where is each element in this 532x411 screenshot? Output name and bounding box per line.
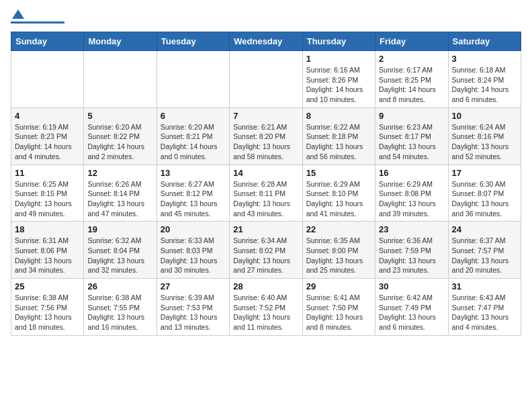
day-cell: 11Sunrise: 6:25 AM Sunset: 8:15 PM Dayli… (11, 165, 84, 222)
day-number: 4 (15, 111, 80, 121)
day-number: 17 (452, 168, 517, 178)
day-number: 23 (379, 224, 444, 234)
day-cell: 24Sunrise: 6:37 AM Sunset: 7:57 PM Dayli… (448, 222, 521, 279)
day-info: Sunrise: 6:24 AM Sunset: 8:16 PM Dayligh… (452, 122, 517, 162)
day-info: Sunrise: 6:17 AM Sunset: 8:25 PM Dayligh… (379, 65, 444, 105)
day-cell (11, 51, 84, 108)
calendar-table: SundayMondayTuesdayWednesdayThursdayFrid… (11, 32, 521, 336)
day-info: Sunrise: 6:33 AM Sunset: 8:03 PM Dayligh… (161, 236, 226, 275)
day-cell: 26Sunrise: 6:38 AM Sunset: 7:55 PM Dayli… (84, 279, 157, 336)
day-cell: 30Sunrise: 6:42 AM Sunset: 7:49 PM Dayli… (375, 279, 448, 336)
day-number: 15 (306, 168, 371, 178)
day-info: Sunrise: 6:27 AM Sunset: 8:12 PM Dayligh… (161, 179, 226, 219)
day-info: Sunrise: 6:32 AM Sunset: 8:04 PM Dayligh… (87, 236, 152, 275)
day-cell: 18Sunrise: 6:31 AM Sunset: 8:06 PM Dayli… (11, 222, 84, 279)
day-number: 2 (379, 54, 444, 64)
header (11, 11, 521, 24)
day-info: Sunrise: 6:35 AM Sunset: 8:00 PM Dayligh… (306, 236, 371, 275)
day-number: 6 (161, 111, 226, 121)
day-cell: 1Sunrise: 6:16 AM Sunset: 8:26 PM Daylig… (302, 51, 375, 108)
day-number: 29 (306, 281, 371, 291)
day-info: Sunrise: 6:22 AM Sunset: 8:18 PM Dayligh… (306, 122, 371, 162)
day-info: Sunrise: 6:42 AM Sunset: 7:49 PM Dayligh… (379, 293, 444, 332)
day-cell: 15Sunrise: 6:29 AM Sunset: 8:10 PM Dayli… (302, 165, 375, 222)
day-info: Sunrise: 6:21 AM Sunset: 8:20 PM Dayligh… (233, 122, 298, 162)
day-number: 25 (15, 281, 80, 291)
header-cell-tuesday: Tuesday (157, 32, 229, 51)
day-info: Sunrise: 6:38 AM Sunset: 7:55 PM Dayligh… (87, 293, 152, 332)
day-cell: 3Sunrise: 6:18 AM Sunset: 8:24 PM Daylig… (448, 51, 521, 108)
day-cell: 28Sunrise: 6:40 AM Sunset: 7:52 PM Dayli… (230, 279, 302, 336)
day-number: 1 (306, 54, 371, 64)
day-cell: 5Sunrise: 6:20 AM Sunset: 8:22 PM Daylig… (84, 107, 157, 165)
day-cell: 6Sunrise: 6:20 AM Sunset: 8:21 PM Daylig… (157, 107, 229, 165)
day-number: 3 (452, 54, 517, 64)
week-row-1: 1Sunrise: 6:16 AM Sunset: 8:26 PM Daylig… (11, 51, 521, 108)
day-info: Sunrise: 6:23 AM Sunset: 8:17 PM Dayligh… (379, 122, 444, 162)
day-cell: 4Sunrise: 6:19 AM Sunset: 8:23 PM Daylig… (11, 107, 84, 165)
day-cell: 13Sunrise: 6:27 AM Sunset: 8:12 PM Dayli… (157, 165, 229, 222)
day-number: 28 (233, 281, 298, 291)
day-cell (157, 51, 229, 108)
day-cell: 8Sunrise: 6:22 AM Sunset: 8:18 PM Daylig… (302, 107, 375, 165)
day-cell (84, 51, 157, 108)
day-number: 13 (161, 168, 226, 178)
day-cell: 16Sunrise: 6:29 AM Sunset: 8:08 PM Dayli… (375, 165, 448, 222)
day-info: Sunrise: 6:16 AM Sunset: 8:26 PM Dayligh… (306, 65, 371, 105)
day-info: Sunrise: 6:34 AM Sunset: 8:02 PM Dayligh… (233, 236, 298, 275)
day-number: 26 (87, 281, 152, 291)
day-info: Sunrise: 6:30 AM Sunset: 8:07 PM Dayligh… (452, 179, 517, 219)
day-info: Sunrise: 6:31 AM Sunset: 8:06 PM Dayligh… (15, 236, 80, 275)
header-cell-saturday: Saturday (448, 32, 521, 51)
day-number: 14 (233, 168, 298, 178)
day-cell: 17Sunrise: 6:30 AM Sunset: 8:07 PM Dayli… (448, 165, 521, 222)
day-info: Sunrise: 6:18 AM Sunset: 8:24 PM Dayligh… (452, 65, 517, 105)
day-number: 16 (379, 168, 444, 178)
day-info: Sunrise: 6:20 AM Sunset: 8:22 PM Dayligh… (87, 122, 152, 162)
day-cell: 2Sunrise: 6:17 AM Sunset: 8:25 PM Daylig… (375, 51, 448, 108)
svg-marker-0 (12, 9, 24, 19)
day-cell: 23Sunrise: 6:36 AM Sunset: 7:59 PM Dayli… (375, 222, 448, 279)
header-cell-sunday: Sunday (11, 32, 84, 51)
day-number: 24 (452, 224, 517, 234)
day-number: 5 (87, 111, 152, 121)
day-number: 27 (161, 281, 226, 291)
day-number: 20 (161, 224, 226, 234)
day-info: Sunrise: 6:29 AM Sunset: 8:10 PM Dayligh… (306, 179, 371, 219)
calendar-body: 1Sunrise: 6:16 AM Sunset: 8:26 PM Daylig… (11, 51, 521, 336)
week-row-2: 4Sunrise: 6:19 AM Sunset: 8:23 PM Daylig… (11, 107, 521, 165)
day-info: Sunrise: 6:43 AM Sunset: 7:47 PM Dayligh… (452, 293, 517, 332)
day-info: Sunrise: 6:37 AM Sunset: 7:57 PM Dayligh… (452, 236, 517, 275)
day-cell: 12Sunrise: 6:26 AM Sunset: 8:14 PM Dayli… (84, 165, 157, 222)
day-info: Sunrise: 6:38 AM Sunset: 7:56 PM Dayligh… (15, 293, 80, 332)
day-cell: 9Sunrise: 6:23 AM Sunset: 8:17 PM Daylig… (375, 107, 448, 165)
day-cell: 31Sunrise: 6:43 AM Sunset: 7:47 PM Dayli… (448, 279, 521, 336)
day-number: 11 (15, 168, 80, 178)
day-info: Sunrise: 6:25 AM Sunset: 8:15 PM Dayligh… (15, 179, 80, 219)
day-cell: 27Sunrise: 6:39 AM Sunset: 7:53 PM Dayli… (157, 279, 229, 336)
day-cell: 29Sunrise: 6:41 AM Sunset: 7:50 PM Dayli… (302, 279, 375, 336)
calendar-header: SundayMondayTuesdayWednesdayThursdayFrid… (11, 32, 521, 51)
day-info: Sunrise: 6:40 AM Sunset: 7:52 PM Dayligh… (233, 293, 298, 332)
header-cell-friday: Friday (375, 32, 448, 51)
week-row-5: 25Sunrise: 6:38 AM Sunset: 7:56 PM Dayli… (11, 279, 521, 336)
day-info: Sunrise: 6:36 AM Sunset: 7:59 PM Dayligh… (379, 236, 444, 275)
day-cell: 14Sunrise: 6:28 AM Sunset: 8:11 PM Dayli… (230, 165, 302, 222)
day-number: 19 (87, 224, 152, 234)
day-cell: 21Sunrise: 6:34 AM Sunset: 8:02 PM Dayli… (230, 222, 302, 279)
day-number: 7 (233, 111, 298, 121)
logo-underline (11, 21, 64, 24)
day-number: 18 (15, 224, 80, 234)
day-cell: 7Sunrise: 6:21 AM Sunset: 8:20 PM Daylig… (230, 107, 302, 165)
day-info: Sunrise: 6:19 AM Sunset: 8:23 PM Dayligh… (15, 122, 80, 162)
week-row-3: 11Sunrise: 6:25 AM Sunset: 8:15 PM Dayli… (11, 165, 521, 222)
day-number: 8 (306, 111, 371, 121)
week-row-4: 18Sunrise: 6:31 AM Sunset: 8:06 PM Dayli… (11, 222, 521, 279)
header-cell-wednesday: Wednesday (230, 32, 302, 51)
header-cell-monday: Monday (84, 32, 157, 51)
day-cell: 10Sunrise: 6:24 AM Sunset: 8:16 PM Dayli… (448, 107, 521, 165)
logo-icon (12, 8, 24, 20)
day-info: Sunrise: 6:41 AM Sunset: 7:50 PM Dayligh… (306, 293, 371, 332)
day-cell: 22Sunrise: 6:35 AM Sunset: 8:00 PM Dayli… (302, 222, 375, 279)
header-cell-thursday: Thursday (302, 32, 375, 51)
